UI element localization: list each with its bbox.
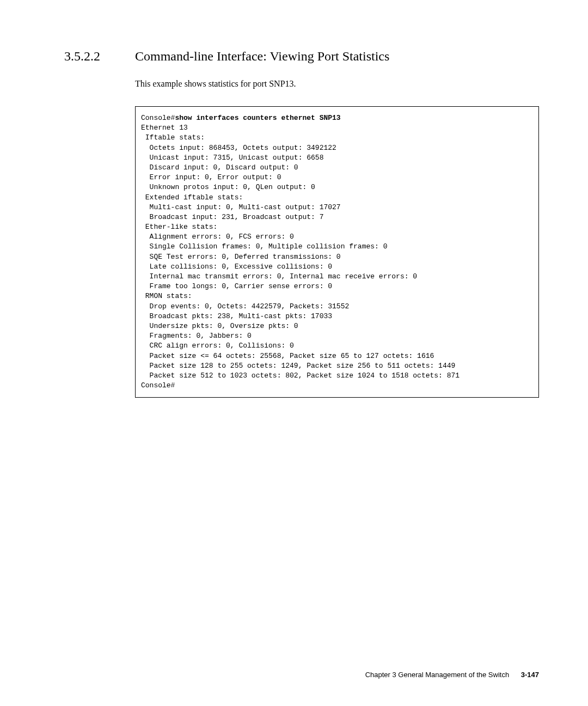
- page-content: 3.5.2.2 Command-line Interface: Viewing …: [0, 0, 588, 398]
- intro-text: This example shows statistics for port S…: [135, 79, 539, 89]
- page-footer: Chapter 3 General Management of the Swit…: [365, 671, 539, 679]
- footer-page-number: 3-147: [521, 671, 539, 679]
- console-body: Ethernet 13 Iftable stats: Octets input:…: [141, 124, 460, 389]
- console-output: Console#show interfaces counters etherne…: [135, 106, 539, 398]
- section-number: 3.5.2.2: [64, 49, 135, 64]
- console-prompt: Console#: [141, 114, 175, 122]
- console-command: show interfaces counters ethernet SNP13: [175, 114, 340, 122]
- footer-chapter: Chapter 3 General Management of the Swit…: [365, 671, 509, 679]
- section-title: Command-line Interface: Viewing Port Sta…: [135, 49, 389, 64]
- section-header: 3.5.2.2 Command-line Interface: Viewing …: [64, 49, 539, 64]
